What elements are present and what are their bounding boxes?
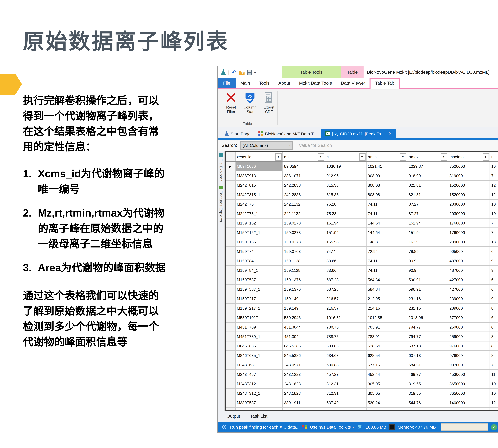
cell-rtmin[interactable]: 214.16 xyxy=(366,304,407,313)
cell-rt[interactable]: 83.66 xyxy=(325,266,366,275)
cell-rtmin[interactable]: 584.84 xyxy=(366,285,407,294)
table-row[interactable]: M159T217159.149216.57212.95231.162390009… xyxy=(226,294,498,304)
cell-rtmin[interactable]: 144.64 xyxy=(366,218,407,228)
cell-rtmin[interactable]: 808.08 xyxy=(366,190,407,199)
cell-rtmax[interactable]: 794.77 xyxy=(407,322,448,332)
cell-rt[interactable]: 912.95 xyxy=(325,171,366,180)
search-input[interactable]: Value for Search xyxy=(299,143,332,148)
cell-rtmax[interactable]: 590.91 xyxy=(407,285,448,294)
cell-rt[interactable]: 457.27 xyxy=(325,370,366,379)
cell-maxInto[interactable]: 937000 xyxy=(448,360,490,370)
cell-maxInto[interactable]: 487000 xyxy=(448,266,490,275)
cell-rtmax[interactable]: 684.51 xyxy=(407,360,448,370)
doc-tab-start-page[interactable]: Start Page xyxy=(221,129,255,138)
row-selector-cell[interactable] xyxy=(226,171,235,180)
cell-rtmax[interactable]: 319.55 xyxy=(407,389,448,398)
cell-rtmin[interactable]: 74.11 xyxy=(366,209,407,218)
table-row[interactable]: M243T681243.0971680.88677.16684.51937000… xyxy=(226,360,498,370)
cell-xcms_id[interactable]: M846T635_1 xyxy=(235,351,282,360)
table-row[interactable]: M580T1017580.29461016.511012.851018.9667… xyxy=(226,313,498,322)
cell-xcms_id[interactable]: M338T913 xyxy=(235,171,282,180)
cell-rtmax[interactable]: 78.89 xyxy=(407,247,448,256)
cell-rtmax[interactable]: 90.9 xyxy=(407,266,448,275)
cell-mz[interactable]: 242.2838 xyxy=(282,180,325,190)
table-row[interactable]: M242T815_1242.2838815.38808.08821.811520… xyxy=(226,190,498,199)
row-selector-cell[interactable]: ▶ xyxy=(226,161,235,171)
cell-xcms_id[interactable]: M159T587_1 xyxy=(235,285,282,294)
cell-rt[interactable]: 312.31 xyxy=(325,379,366,389)
cell-rt[interactable]: 815.38 xyxy=(325,190,366,199)
open-folder-button[interactable] xyxy=(239,70,244,75)
tab-about[interactable]: About xyxy=(274,78,295,88)
cell-rtmin[interactable]: 72.94 xyxy=(366,247,407,256)
cell-xcms_id[interactable]: M242T815 xyxy=(235,180,282,190)
cell-rtmin[interactable]: 530.24 xyxy=(366,398,407,407)
cell-rt[interactable]: 634.63 xyxy=(325,351,366,360)
cell-rtmin[interactable]: 305.05 xyxy=(366,389,407,398)
cell-mz[interactable]: 338.1071 xyxy=(282,171,325,180)
cell-maxInto[interactable]: 905000 xyxy=(448,247,490,256)
cell-rt[interactable]: 634.63 xyxy=(325,341,366,351)
cell-rtmin[interactable]: 783.91 xyxy=(366,332,407,341)
cell-rtmin[interactable]: 783.91 xyxy=(366,322,407,332)
cell-rt[interactable]: 75.28 xyxy=(325,199,366,209)
cell-maxInto[interactable]: 1520000 xyxy=(448,190,490,199)
table-row[interactable]: M242T815242.2838815.38808.08821.81152000… xyxy=(226,180,498,190)
cell-xcms_id[interactable]: M242T75_1 xyxy=(235,209,282,218)
cell-mz[interactable]: 159.1376 xyxy=(282,275,325,285)
filter-dropdown-icon[interactable]: ▾ xyxy=(400,153,406,161)
cell-nticks[interactable]: 8 xyxy=(490,341,498,351)
export-cdf-button[interactable]: Export CDF xyxy=(259,92,278,114)
filter-dropdown-icon[interactable]: ▾ xyxy=(275,153,282,161)
row-selector-cell[interactable] xyxy=(226,285,235,294)
table-row[interactable]: M846T635_1845.5386634.63628.54637.139760… xyxy=(226,351,498,360)
row-selector-cell[interactable] xyxy=(226,341,235,351)
cell-nticks[interactable]: 11 xyxy=(490,370,498,379)
cell-rt[interactable]: 75.28 xyxy=(325,209,366,218)
cell-mz[interactable]: 89.0594 xyxy=(282,161,325,171)
row-selector-cell[interactable] xyxy=(226,209,235,218)
table-row[interactable]: M159T152_1159.0273151.94144.64151.941760… xyxy=(226,228,498,237)
cell-nticks[interactable]: 16 xyxy=(490,161,498,171)
cell-rtmax[interactable]: 231.16 xyxy=(407,294,448,304)
table-row[interactable]: M159T156159.0273155.58148.31162.92090000… xyxy=(226,237,498,247)
cell-mz[interactable]: 243.1823 xyxy=(282,379,325,389)
table-row[interactable]: M243T312243.1823312.31305.05319.55865000… xyxy=(226,379,498,389)
row-selector-cell[interactable] xyxy=(226,360,235,370)
cell-xcms_id[interactable]: M159T587 xyxy=(235,275,282,285)
cell-mz[interactable]: 580.2946 xyxy=(282,313,325,322)
row-selector-cell[interactable] xyxy=(226,398,235,407)
cell-rt[interactable]: 680.88 xyxy=(325,360,366,370)
cell-nticks[interactable]: 7 xyxy=(490,218,498,228)
cell-mz[interactable]: 159.1128 xyxy=(282,256,325,266)
cell-xcms_id[interactable]: M159T152 xyxy=(235,218,282,228)
cell-rtmax[interactable]: 794.77 xyxy=(407,332,448,341)
tab-main[interactable]: Main xyxy=(236,78,255,88)
cell-xcms_id[interactable]: M243T312_1 xyxy=(235,389,282,398)
save-button[interactable] xyxy=(247,70,252,75)
table-row[interactable]: M243T312_1243.1823312.31305.05319.558650… xyxy=(226,389,498,398)
cell-rtmin[interactable]: 144.64 xyxy=(366,228,407,237)
row-selector-cell[interactable] xyxy=(226,332,235,341)
doc-tab-peak-table[interactable]: [lxy-CID30.mzML]Peak Ta... ✕ xyxy=(321,129,396,138)
cell-maxInto[interactable]: 487000 xyxy=(448,256,490,266)
cell-xcms_id[interactable]: M451T789 xyxy=(235,322,282,332)
cell-rt[interactable]: 587.28 xyxy=(325,275,366,285)
cell-nticks[interactable]: 10 xyxy=(490,199,498,209)
cell-rtmax[interactable]: 1018.96 xyxy=(407,313,448,322)
table-row[interactable]: M243T457243.1223457.27452.44469.37453000… xyxy=(226,370,498,379)
cell-nticks[interactable]: 10 xyxy=(490,389,498,398)
column-header-xcms_id[interactable]: xcms_id▾ xyxy=(235,152,282,161)
tab-tools[interactable]: Tools xyxy=(254,78,274,88)
cell-rtmin[interactable]: 74.11 xyxy=(366,256,407,266)
cell-rtmin[interactable]: 677.16 xyxy=(366,360,407,370)
cell-rtmax[interactable]: 1039.87 xyxy=(407,161,448,171)
cell-nticks[interactable]: 9 xyxy=(490,266,498,275)
cell-xcms_id[interactable]: M159T84_1 xyxy=(235,266,282,275)
row-selector-cell[interactable] xyxy=(226,256,235,266)
cell-nticks[interactable]: 8 xyxy=(490,351,498,360)
cell-xcms_id[interactable]: M242T815_1 xyxy=(235,190,282,199)
cell-rtmax[interactable]: 469.37 xyxy=(407,370,448,379)
row-selector-cell[interactable] xyxy=(226,294,235,304)
cell-maxInto[interactable]: 259000 xyxy=(448,332,490,341)
